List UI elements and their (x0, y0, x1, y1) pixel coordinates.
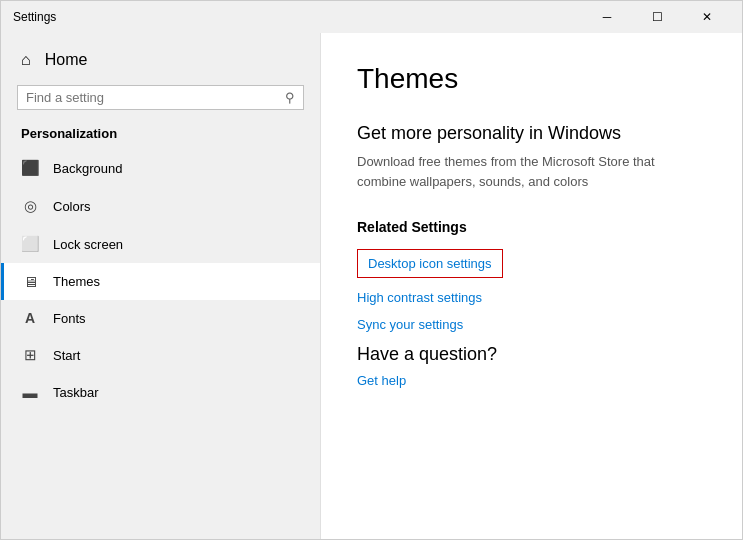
start-icon: ⊞ (21, 346, 39, 364)
sidebar-item-fonts[interactable]: A Fonts (1, 300, 320, 336)
desktop-icon-settings-link[interactable]: Desktop icon settings (357, 249, 503, 278)
personality-section-description: Download free themes from the Microsoft … (357, 152, 706, 191)
sidebar-item-background[interactable]: ⬛ Background (1, 149, 320, 187)
sidebar-item-themes[interactable]: 🖥 Themes (1, 263, 320, 300)
sidebar-item-label: Lock screen (53, 237, 123, 252)
search-input[interactable] (26, 90, 285, 105)
lock-icon: ⬜ (21, 235, 39, 253)
sidebar-search-box[interactable]: ⚲ (17, 85, 304, 110)
themes-icon: 🖥 (21, 273, 39, 290)
sidebar-item-label: Background (53, 161, 122, 176)
fonts-icon: A (21, 310, 39, 326)
sidebar-item-label: Themes (53, 274, 100, 289)
minimize-button[interactable]: ─ (584, 1, 630, 33)
high-contrast-settings-link[interactable]: High contrast settings (357, 290, 706, 305)
background-icon: ⬛ (21, 159, 39, 177)
sidebar-item-taskbar[interactable]: ▬ Taskbar (1, 374, 320, 411)
taskbar-icon: ▬ (21, 384, 39, 401)
title-bar-left: Settings (13, 10, 56, 24)
sidebar-item-label: Fonts (53, 311, 86, 326)
colors-icon: ◎ (21, 197, 39, 215)
main-content: Themes Get more personality in Windows D… (321, 33, 742, 539)
sidebar-item-colors[interactable]: ◎ Colors (1, 187, 320, 225)
sidebar-item-home[interactable]: ⌂ Home (1, 41, 320, 79)
sidebar-item-lock-screen[interactable]: ⬜ Lock screen (1, 225, 320, 263)
related-settings-title: Related Settings (357, 219, 706, 235)
have-a-question-title: Have a question? (357, 344, 706, 365)
sidebar: ⌂ Home ⚲ Personalization ⬛ Background ◎ … (1, 33, 321, 539)
title-bar: Settings ─ ☐ ✕ (1, 1, 742, 33)
sidebar-item-label: Taskbar (53, 385, 99, 400)
sidebar-item-label: Colors (53, 199, 91, 214)
sidebar-home-label: Home (45, 51, 88, 69)
get-help-link[interactable]: Get help (357, 373, 706, 388)
desktop-icon-settings-label: Desktop icon settings (368, 256, 492, 271)
page-title: Themes (357, 63, 706, 95)
title-bar-controls: ─ ☐ ✕ (584, 1, 730, 33)
close-button[interactable]: ✕ (684, 1, 730, 33)
sidebar-item-start[interactable]: ⊞ Start (1, 336, 320, 374)
sidebar-item-label: Start (53, 348, 80, 363)
search-icon[interactable]: ⚲ (285, 90, 295, 105)
personality-section-title: Get more personality in Windows (357, 123, 706, 144)
maximize-button[interactable]: ☐ (634, 1, 680, 33)
settings-window: Settings ─ ☐ ✕ ⌂ Home ⚲ Personalization (0, 0, 743, 540)
home-icon: ⌂ (21, 51, 31, 69)
content-area: ⌂ Home ⚲ Personalization ⬛ Background ◎ … (1, 33, 742, 539)
sidebar-section-title: Personalization (1, 122, 320, 149)
sync-your-settings-link[interactable]: Sync your settings (357, 317, 706, 332)
title-bar-title: Settings (13, 10, 56, 24)
